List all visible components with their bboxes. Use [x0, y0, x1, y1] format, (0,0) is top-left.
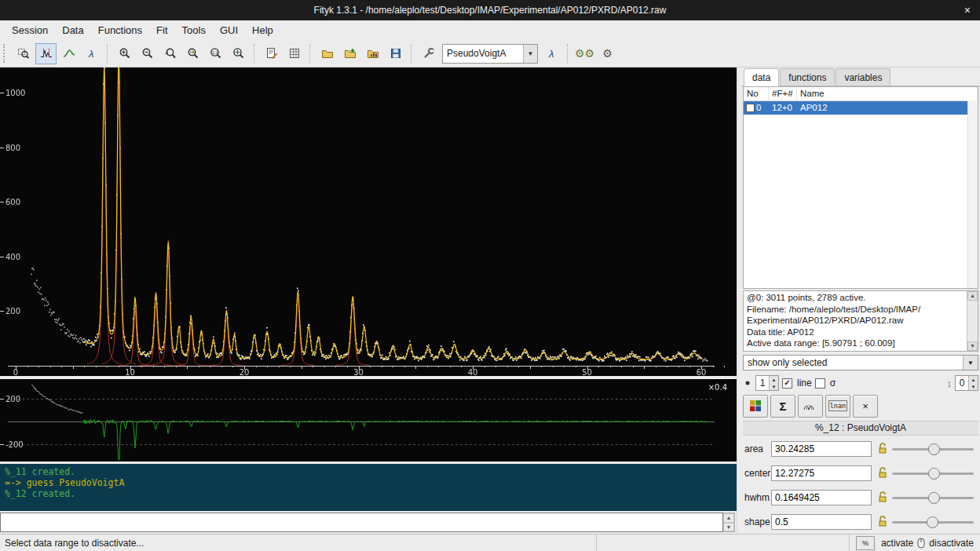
menu-item-session[interactable]: Session — [5, 22, 55, 38]
scroll-down-icon[interactable]: ▼ — [967, 341, 978, 351]
output-console[interactable]: %_11 created. =-> guess PseudoVoigtA %_1… — [0, 464, 737, 511]
load-data-button[interactable] — [316, 43, 338, 64]
zoom-in-button[interactable] — [114, 43, 135, 64]
menu-item-functions[interactable]: Functions — [91, 22, 149, 38]
column-header-no[interactable]: No — [744, 87, 769, 100]
param-shape-slider[interactable] — [892, 516, 974, 528]
point-size-spinner[interactable]: 1 ▲▼ — [755, 375, 779, 391]
fit-undo-button[interactable]: ⚙ — [597, 43, 618, 64]
tab-variables[interactable]: variables — [836, 68, 890, 86]
lnan-button[interactable]: lnan — [825, 395, 850, 418]
preferences-button[interactable] — [418, 43, 439, 64]
point-size-icon — [743, 378, 752, 388]
dataset-color-checkbox[interactable] — [746, 104, 755, 112]
chevron-down-icon[interactable]: ▼ — [963, 356, 978, 370]
svg-text:λ: λ — [88, 48, 93, 60]
slider-thumb[interactable] — [927, 516, 938, 528]
lock-icon[interactable] — [878, 467, 887, 479]
dataset-row[interactable]: 0 12+0 AP012 — [744, 101, 978, 115]
param-hwhm-slider[interactable] — [892, 491, 974, 504]
slider-thumb[interactable] — [928, 443, 940, 455]
script-editor-button[interactable] — [261, 43, 282, 64]
command-input[interactable] — [0, 513, 723, 532]
mode-range-button[interactable] — [35, 43, 57, 64]
shift-spinner[interactable]: 0 ▲▼ — [955, 375, 978, 391]
param-shape-input[interactable] — [771, 514, 872, 530]
scroll-down-icon[interactable]: ▼ — [723, 523, 734, 532]
zoom-all-button[interactable] — [228, 43, 249, 64]
param-area-slider[interactable] — [892, 443, 974, 455]
tab-data[interactable]: data — [744, 68, 779, 86]
open-session-button[interactable] — [362, 43, 383, 64]
menu-item-fit[interactable]: Fit — [149, 22, 174, 38]
slider-thumb[interactable] — [928, 492, 940, 504]
palette-button[interactable] — [743, 395, 768, 418]
menu-item-data[interactable]: Data — [55, 22, 90, 38]
svg-text:1:1: 1:1 — [212, 50, 218, 55]
delete-function-button[interactable]: × — [853, 395, 878, 418]
mode-baseline-button[interactable] — [58, 43, 79, 64]
toolbar-drag-handle[interactable] — [3, 44, 9, 63]
coordinates-format-button[interactable]: % — [856, 536, 875, 550]
lock-icon[interactable] — [878, 516, 887, 527]
chevron-down-icon[interactable]: ▼ — [523, 45, 537, 63]
sigma-checkbox[interactable] — [815, 378, 825, 389]
data-table-button[interactable] — [283, 43, 305, 64]
sidebar-tabs: data functions variables — [741, 68, 980, 86]
scroll-up-icon[interactable]: ▲ — [967, 291, 978, 301]
info-scrollbar[interactable]: ▲ ▼ — [967, 291, 978, 351]
dataset-list-scrollbar[interactable] — [967, 100, 978, 288]
show-sum-button[interactable]: Σ — [770, 395, 795, 418]
menu-item-help[interactable]: Help — [245, 22, 280, 38]
dataset-info-box[interactable]: @0: 3011 points, 2789 active. Filename: … — [743, 290, 978, 352]
column-header-f[interactable]: #F+# — [769, 87, 797, 100]
info-line: Data title: AP012 — [747, 327, 967, 338]
function-filter-dropdown[interactable]: show only selected ▼ — [743, 355, 978, 370]
param-center-slider[interactable] — [892, 467, 974, 480]
zoom-undo-button[interactable] — [182, 43, 203, 64]
param-center-input[interactable] — [771, 465, 872, 481]
save-session-button[interactable] — [385, 43, 406, 64]
zoom-100-icon: 1:1 — [210, 47, 222, 60]
menubar: Session Data Functions Fit Tools GUI Hel… — [0, 20, 980, 40]
spin-down-icon[interactable]: ▼ — [770, 383, 778, 390]
slider-thumb[interactable] — [928, 468, 940, 480]
status-hint: Select data range to disactivate... — [0, 535, 597, 551]
dataset-list-header: No #F+# Name — [744, 87, 978, 101]
show-components-button[interactable] — [798, 395, 823, 418]
fit-run-button[interactable]: ⚙⚙ — [574, 43, 595, 64]
mode-zoom-button[interactable] — [13, 43, 34, 64]
mode-peak-button[interactable]: λ — [81, 43, 102, 64]
zoom-prev-button[interactable] — [159, 43, 181, 64]
guess-peak-button[interactable]: λ — [541, 43, 562, 64]
spin-up-icon[interactable]: ▲ — [770, 376, 778, 383]
load-data-custom-button[interactable] — [339, 43, 360, 64]
param-hwhm-input[interactable] — [771, 490, 872, 505]
param-area-input[interactable] — [771, 441, 872, 457]
tab-functions[interactable]: functions — [780, 68, 835, 86]
dataset-list[interactable]: No #F+# Name 0 12+0 AP012 — [743, 86, 978, 289]
menu-item-gui[interactable]: GUI — [213, 22, 245, 38]
component-curves-icon — [803, 400, 817, 411]
zoom-out-button[interactable] — [137, 43, 158, 64]
residual-plot[interactable] — [0, 379, 737, 462]
scroll-up-icon[interactable]: ▲ — [723, 513, 734, 523]
line-checkbox[interactable] — [782, 378, 792, 389]
mouse-icon — [917, 538, 925, 549]
menu-item-tools[interactable]: Tools — [175, 22, 213, 38]
column-header-name[interactable]: Name — [797, 87, 978, 100]
lock-icon[interactable] — [878, 443, 887, 454]
close-icon[interactable]: × — [964, 0, 971, 20]
titlebar[interactable]: Fityk 1.3.1 - /home/aleplo/test/Desktop/… — [0, 0, 980, 20]
point-size-value: 1 — [756, 376, 769, 390]
spin-up-icon[interactable]: ▲ — [969, 376, 978, 383]
command-history-scrollbar[interactable]: ▲ ▼ — [723, 513, 735, 532]
main-plot[interactable] — [0, 68, 737, 376]
spin-down-icon[interactable]: ▼ — [969, 383, 978, 390]
zoom-100-button[interactable]: 1:1 — [205, 43, 226, 64]
toolbar-separator — [309, 44, 312, 63]
shift-updown-icon[interactable]: ↕ — [947, 378, 953, 389]
function-type-dropdown[interactable]: PseudoVoigtA ▼ — [442, 44, 538, 64]
folder-chart-icon — [367, 47, 379, 60]
lock-icon[interactable] — [878, 491, 887, 503]
